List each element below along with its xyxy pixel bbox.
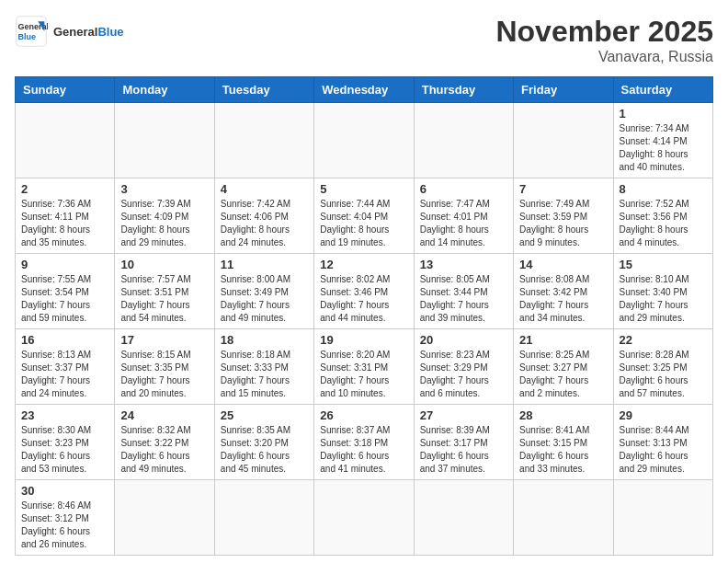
weekday-header-sunday: Sunday <box>16 77 115 103</box>
day-info: Sunrise: 8:00 AM Sunset: 3:49 PM Dayligh… <box>221 273 308 325</box>
day-info: Sunrise: 8:41 AM Sunset: 3:15 PM Dayligh… <box>519 424 607 476</box>
calendar-cell: 6Sunrise: 7:47 AM Sunset: 4:01 PM Daylig… <box>414 178 513 254</box>
calendar-cell <box>314 103 414 178</box>
calendar-cell: 16Sunrise: 8:13 AM Sunset: 3:37 PM Dayli… <box>16 329 115 405</box>
day-info: Sunrise: 8:10 AM Sunset: 3:40 PM Dayligh… <box>620 273 707 325</box>
day-number: 14 <box>519 258 607 271</box>
day-info: Sunrise: 8:13 AM Sunset: 3:37 PM Dayligh… <box>21 349 108 400</box>
logo-text: GeneralBlue <box>53 25 124 39</box>
day-info: Sunrise: 8:35 AM Sunset: 3:20 PM Dayligh… <box>221 424 308 476</box>
day-number: 11 <box>221 258 308 271</box>
calendar-cell <box>414 103 513 178</box>
day-info: Sunrise: 7:52 AM Sunset: 3:56 PM Dayligh… <box>620 198 707 249</box>
calendar-cell: 27Sunrise: 8:39 AM Sunset: 3:17 PM Dayli… <box>414 405 513 480</box>
calendar-cell <box>613 480 712 556</box>
day-info: Sunrise: 7:44 AM Sunset: 4:04 PM Dayligh… <box>320 198 407 249</box>
calendar-cell: 28Sunrise: 8:41 AM Sunset: 3:15 PM Dayli… <box>514 405 613 480</box>
calendar-cell: 23Sunrise: 8:30 AM Sunset: 3:23 PM Dayli… <box>16 405 115 480</box>
day-number: 4 <box>221 182 308 196</box>
calendar-week-row: 16Sunrise: 8:13 AM Sunset: 3:37 PM Dayli… <box>16 329 713 405</box>
calendar-cell: 25Sunrise: 8:35 AM Sunset: 3:20 PM Dayli… <box>214 405 313 480</box>
calendar-cell: 17Sunrise: 8:15 AM Sunset: 3:35 PM Dayli… <box>115 329 214 405</box>
day-number: 15 <box>620 258 707 271</box>
calendar-cell: 5Sunrise: 7:44 AM Sunset: 4:04 PM Daylig… <box>314 178 414 254</box>
calendar-cell <box>214 103 313 178</box>
calendar-week-row: 30Sunrise: 8:46 AM Sunset: 3:12 PM Dayli… <box>16 480 713 556</box>
calendar-cell <box>514 480 613 556</box>
day-number: 27 <box>420 408 507 422</box>
weekday-header-thursday: Thursday <box>414 77 513 103</box>
calendar-cell: 30Sunrise: 8:46 AM Sunset: 3:12 PM Dayli… <box>16 480 115 556</box>
day-number: 2 <box>21 182 108 196</box>
day-info: Sunrise: 7:39 AM Sunset: 4:09 PM Dayligh… <box>120 198 208 249</box>
weekday-header-wednesday: Wednesday <box>314 77 414 103</box>
logo-icon: General Blue <box>15 15 48 48</box>
day-info: Sunrise: 8:20 AM Sunset: 3:31 PM Dayligh… <box>320 349 407 400</box>
day-info: Sunrise: 7:36 AM Sunset: 4:11 PM Dayligh… <box>21 198 108 249</box>
calendar-cell: 1Sunrise: 7:34 AM Sunset: 4:14 PM Daylig… <box>613 103 712 178</box>
day-number: 1 <box>620 107 707 121</box>
day-number: 7 <box>519 182 607 196</box>
calendar-cell: 8Sunrise: 7:52 AM Sunset: 3:56 PM Daylig… <box>613 178 712 254</box>
day-number: 21 <box>519 333 607 347</box>
day-info: Sunrise: 8:39 AM Sunset: 3:17 PM Dayligh… <box>420 424 507 476</box>
day-info: Sunrise: 8:05 AM Sunset: 3:44 PM Dayligh… <box>420 273 507 325</box>
day-number: 29 <box>620 408 707 422</box>
day-info: Sunrise: 8:28 AM Sunset: 3:25 PM Dayligh… <box>620 349 707 400</box>
day-info: Sunrise: 8:25 AM Sunset: 3:27 PM Dayligh… <box>519 349 607 400</box>
day-info: Sunrise: 7:57 AM Sunset: 3:51 PM Dayligh… <box>120 273 208 325</box>
calendar-cell <box>314 480 414 556</box>
calendar-cell: 11Sunrise: 8:00 AM Sunset: 3:49 PM Dayli… <box>214 254 313 329</box>
calendar-cell: 19Sunrise: 8:20 AM Sunset: 3:31 PM Dayli… <box>314 329 414 405</box>
calendar-cell <box>214 480 313 556</box>
calendar-cell: 26Sunrise: 8:37 AM Sunset: 3:18 PM Dayli… <box>314 405 414 480</box>
day-number: 13 <box>420 258 507 271</box>
calendar-week-row: 1Sunrise: 7:34 AM Sunset: 4:14 PM Daylig… <box>16 103 713 178</box>
calendar-cell <box>16 103 115 178</box>
calendar-cell <box>514 103 613 178</box>
calendar-cell <box>115 480 214 556</box>
calendar-cell: 29Sunrise: 8:44 AM Sunset: 3:13 PM Dayli… <box>613 405 712 480</box>
calendar-week-row: 2Sunrise: 7:36 AM Sunset: 4:11 PM Daylig… <box>16 178 713 254</box>
svg-text:Blue: Blue <box>18 32 37 41</box>
day-info: Sunrise: 7:49 AM Sunset: 3:59 PM Dayligh… <box>519 198 607 249</box>
calendar-table: SundayMondayTuesdayWednesdayThursdayFrid… <box>15 76 713 556</box>
page-subtitle: Vanavara, Russia <box>495 49 713 65</box>
day-info: Sunrise: 8:15 AM Sunset: 3:35 PM Dayligh… <box>120 349 208 400</box>
weekday-header-row: SundayMondayTuesdayWednesdayThursdayFrid… <box>16 77 713 103</box>
calendar-cell <box>414 480 513 556</box>
day-number: 12 <box>320 258 407 271</box>
calendar-cell: 24Sunrise: 8:32 AM Sunset: 3:22 PM Dayli… <box>115 405 214 480</box>
day-info: Sunrise: 8:18 AM Sunset: 3:33 PM Dayligh… <box>221 349 308 400</box>
day-info: Sunrise: 8:32 AM Sunset: 3:22 PM Dayligh… <box>120 424 208 476</box>
day-info: Sunrise: 8:08 AM Sunset: 3:42 PM Dayligh… <box>519 273 607 325</box>
logo: General Blue GeneralBlue <box>15 15 124 48</box>
calendar-week-row: 23Sunrise: 8:30 AM Sunset: 3:23 PM Dayli… <box>16 405 713 480</box>
day-number: 19 <box>320 333 407 347</box>
day-info: Sunrise: 7:55 AM Sunset: 3:54 PM Dayligh… <box>21 273 108 325</box>
calendar-cell: 14Sunrise: 8:08 AM Sunset: 3:42 PM Dayli… <box>514 254 613 329</box>
day-info: Sunrise: 8:46 AM Sunset: 3:12 PM Dayligh… <box>21 500 108 551</box>
day-number: 10 <box>120 258 208 271</box>
day-number: 30 <box>21 484 108 498</box>
day-number: 23 <box>21 408 108 422</box>
day-number: 9 <box>21 258 108 271</box>
calendar-cell: 10Sunrise: 7:57 AM Sunset: 3:51 PM Dayli… <box>115 254 214 329</box>
calendar-cell: 15Sunrise: 8:10 AM Sunset: 3:40 PM Dayli… <box>613 254 712 329</box>
day-number: 26 <box>320 408 407 422</box>
day-number: 3 <box>120 182 208 196</box>
day-info: Sunrise: 8:02 AM Sunset: 3:46 PM Dayligh… <box>320 273 407 325</box>
calendar-cell: 9Sunrise: 7:55 AM Sunset: 3:54 PM Daylig… <box>16 254 115 329</box>
calendar-cell: 12Sunrise: 8:02 AM Sunset: 3:46 PM Dayli… <box>314 254 414 329</box>
calendar-cell: 21Sunrise: 8:25 AM Sunset: 3:27 PM Dayli… <box>514 329 613 405</box>
page-header: General Blue GeneralBlue November 2025 V… <box>15 15 713 65</box>
weekday-header-saturday: Saturday <box>613 77 712 103</box>
day-number: 18 <box>221 333 308 347</box>
day-info: Sunrise: 8:23 AM Sunset: 3:29 PM Dayligh… <box>420 349 507 400</box>
day-number: 16 <box>21 333 108 347</box>
calendar-cell: 22Sunrise: 8:28 AM Sunset: 3:25 PM Dayli… <box>613 329 712 405</box>
calendar-cell: 2Sunrise: 7:36 AM Sunset: 4:11 PM Daylig… <box>16 178 115 254</box>
calendar-cell: 13Sunrise: 8:05 AM Sunset: 3:44 PM Dayli… <box>414 254 513 329</box>
calendar-cell: 18Sunrise: 8:18 AM Sunset: 3:33 PM Dayli… <box>214 329 313 405</box>
title-block: November 2025 Vanavara, Russia <box>495 15 713 65</box>
